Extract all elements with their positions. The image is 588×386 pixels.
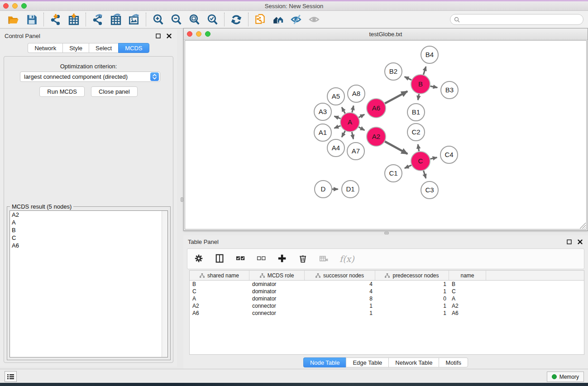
edge-A-A3[interactable] <box>335 116 341 119</box>
tab-motifs[interactable]: Motifs <box>439 357 468 367</box>
edge-A-A1[interactable] <box>335 126 341 128</box>
edge-A2-C[interactable] <box>385 142 407 154</box>
show-hide-graphics-icon[interactable] <box>287 12 306 27</box>
export-image-icon[interactable] <box>125 12 143 27</box>
scrollbar-track[interactable] <box>162 211 167 357</box>
zoom-selected-icon[interactable] <box>203 12 221 27</box>
node-A8[interactable]: A8 <box>348 85 365 102</box>
float-panel-icon[interactable] <box>565 238 573 245</box>
node-A[interactable]: A <box>340 113 359 132</box>
refresh-icon[interactable] <box>227 12 245 27</box>
edge-A-A8[interactable] <box>352 106 354 113</box>
tab-network-table[interactable]: Network Table <box>388 357 439 367</box>
zoom-in-icon[interactable] <box>149 12 167 27</box>
edge-A-A4[interactable] <box>342 131 345 137</box>
tab-edge-table[interactable]: Edge Table <box>346 357 388 367</box>
column-header-shared-name[interactable]: shared name <box>190 271 249 280</box>
edge-A-A6[interactable] <box>359 114 364 118</box>
column-header-MCDS-role[interactable]: MCDS role <box>249 271 305 280</box>
node-A2[interactable]: A2 <box>367 127 386 146</box>
tab-network[interactable]: Network <box>28 43 62 53</box>
memory-button[interactable]: Memory <box>547 372 584 382</box>
edge-B-B3[interactable] <box>430 86 438 87</box>
node-C[interactable]: C <box>411 152 430 171</box>
export-network-icon[interactable] <box>89 12 107 27</box>
column-header-predecessor-nodes[interactable]: predecessor nodes <box>375 271 449 280</box>
export-table-icon[interactable] <box>107 12 125 27</box>
vertical-splitter-handle[interactable] <box>181 197 183 202</box>
node-B4[interactable]: B4 <box>421 46 438 63</box>
first-neighbors-icon[interactable] <box>269 12 287 27</box>
node-A5[interactable]: A5 <box>327 88 344 105</box>
node-A6[interactable]: A6 <box>367 99 386 118</box>
run-mcds-button[interactable]: Run MCDS <box>39 86 85 97</box>
node-A4[interactable]: A4 <box>327 139 344 157</box>
tab-node-table[interactable]: Node Table <box>303 357 346 367</box>
table-row[interactable]: A6connector11A6 <box>190 310 584 317</box>
node-B[interactable]: B <box>411 75 430 94</box>
table-row[interactable]: A2connector11A2 <box>190 302 584 310</box>
select-all-icon[interactable] <box>235 252 246 266</box>
edge-A-A5[interactable] <box>342 107 345 114</box>
close-panel-icon[interactable] <box>165 32 172 39</box>
import-table-icon[interactable] <box>65 12 83 27</box>
edge-B-B1[interactable] <box>418 94 419 100</box>
close-panel-icon[interactable] <box>576 238 583 245</box>
node-A1[interactable]: A1 <box>314 124 331 141</box>
mcds-result-item[interactable]: A2 <box>10 211 167 219</box>
optimization-criterion-select[interactable]: largest connected component (directed) <box>20 71 160 82</box>
node-B2[interactable]: B2 <box>385 63 402 80</box>
node-D[interactable]: D <box>315 181 332 198</box>
node-B3[interactable]: B3 <box>441 81 458 99</box>
node-C4[interactable]: C4 <box>440 146 458 163</box>
mcds-result-item[interactable]: A <box>10 219 167 226</box>
table-row[interactable]: Adominator80A <box>190 295 584 302</box>
save-session-icon[interactable] <box>23 12 41 27</box>
tab-style[interactable]: Style <box>62 43 89 53</box>
edge-A-A7[interactable] <box>352 132 353 139</box>
tab-mcds[interactable]: MCDS <box>118 43 149 53</box>
edge-C-C2[interactable] <box>418 144 419 151</box>
node-D1[interactable]: D1 <box>342 181 359 198</box>
edge-C-C1[interactable] <box>405 165 411 168</box>
mcds-result-item[interactable]: A6 <box>10 242 167 249</box>
node-C2[interactable]: C2 <box>407 124 425 141</box>
edge-C-C3[interactable] <box>424 171 426 178</box>
edge-C-C4[interactable] <box>430 157 437 159</box>
window-resize-grip[interactable] <box>580 223 586 229</box>
node-C3[interactable]: C3 <box>421 181 438 199</box>
open-file-icon[interactable] <box>5 12 23 27</box>
node-C1[interactable]: C1 <box>385 165 402 182</box>
new-network-from-selection-icon[interactable] <box>251 12 269 27</box>
float-panel-icon[interactable] <box>154 32 162 39</box>
edge-A6-B[interactable] <box>385 91 407 104</box>
search-field[interactable] <box>450 14 583 25</box>
network-canvas[interactable]: B4B2BB3A5A8A6A3B1AA1C2A2A4A7C4CC1DD1C3 <box>185 40 587 229</box>
import-network-icon[interactable] <box>47 12 65 27</box>
delete-column-icon[interactable] <box>298 252 309 266</box>
node-A7[interactable]: A7 <box>347 143 364 160</box>
horizontal-splitter-handle[interactable] <box>384 232 389 234</box>
mcds-result-item[interactable]: C <box>10 234 167 242</box>
table-row[interactable]: Cdominator41C <box>190 288 584 295</box>
node-A3[interactable]: A3 <box>314 103 331 120</box>
edge-B-B4[interactable] <box>423 67 425 75</box>
settings-gear-icon[interactable] <box>194 252 205 266</box>
mcds-result-list[interactable]: A2ABCA6 <box>10 210 168 357</box>
column-header-name[interactable]: name <box>449 271 486 280</box>
zoom-fit-icon[interactable] <box>185 12 203 27</box>
column-layout-icon[interactable] <box>215 252 225 266</box>
edge-A-A2[interactable] <box>359 127 364 130</box>
tab-select[interactable]: Select <box>89 43 118 53</box>
mcds-result-item[interactable]: B <box>10 226 167 234</box>
deselect-all-icon[interactable] <box>256 252 267 266</box>
node-B1[interactable]: B1 <box>407 104 425 121</box>
close-panel-button[interactable]: Close panel <box>91 86 138 97</box>
show-panels-list-button[interactable] <box>5 371 17 382</box>
table-row[interactable]: Bdominator41B <box>190 281 584 288</box>
search-input[interactable] <box>462 16 583 23</box>
column-header-successor-nodes[interactable]: successor nodes <box>305 271 375 280</box>
add-column-icon[interactable] <box>277 252 288 266</box>
edge-B-B2[interactable] <box>405 77 411 80</box>
network-window-titlebar[interactable]: testGlobe.txt <box>184 29 588 40</box>
